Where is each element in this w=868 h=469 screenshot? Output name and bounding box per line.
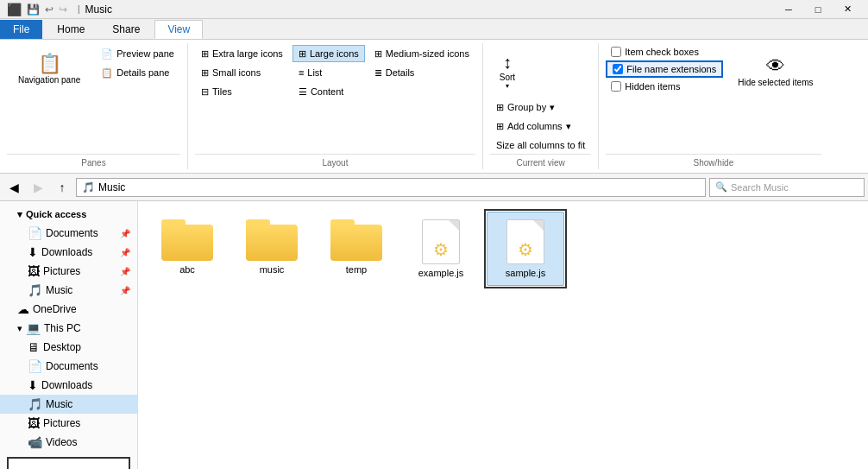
- navigation-pane-button[interactable]: 📋 Navigation pane: [10, 47, 88, 90]
- downloads-icon: ⬇: [28, 245, 38, 259]
- hide-selected-icon: 👁: [766, 55, 785, 78]
- item-checkboxes-input[interactable]: [611, 47, 621, 57]
- forward-button[interactable]: ▶: [28, 177, 48, 198]
- preview-pane-button[interactable]: 📄 Preview pane: [95, 45, 180, 62]
- folder-temp-label: temp: [346, 264, 367, 275]
- file-name-extensions-input[interactable]: [613, 64, 623, 74]
- sidebar-item-music-quick[interactable]: 🎵 Music 📌: [0, 281, 137, 300]
- list-icon: ≡: [299, 67, 304, 78]
- extra-large-icon: ⊞: [201, 48, 209, 60]
- file-name-extensions-control[interactable]: File name extensions: [606, 60, 723, 78]
- documents-icon: 📄: [28, 226, 42, 240]
- file-example-js[interactable]: ⚙ example.js: [402, 212, 480, 286]
- drive-item-placeholder[interactable]: [7, 457, 130, 469]
- preview-icon: 📄: [101, 48, 113, 60]
- main-layout: ▾ Quick access 📄 Documents 📌 ⬇ Downloads…: [0, 201, 868, 469]
- quick-save-icon[interactable]: 💾: [27, 3, 40, 16]
- videos-icon: 📹: [28, 435, 42, 449]
- file-example-label: example.js: [418, 268, 464, 278]
- search-bar[interactable]: 🔍 Search Music: [709, 178, 865, 197]
- tab-home[interactable]: Home: [44, 20, 97, 39]
- quick-redo-icon[interactable]: ↪: [59, 3, 67, 16]
- sort-button[interactable]: ↕ Sort ▾: [490, 45, 525, 97]
- add-columns-label: Add columns: [507, 121, 563, 131]
- size-all-columns-button[interactable]: Size all columns to fit: [490, 136, 591, 154]
- sidebar-item-videos-pc[interactable]: 📹 Videos: [0, 433, 137, 452]
- details-pane-button[interactable]: 📋 Details pane: [95, 64, 180, 81]
- sidebar-item-documents-pc[interactable]: 📄 Documents: [0, 357, 137, 376]
- sidebar-item-desktop[interactable]: 🖥 Desktop: [0, 338, 137, 357]
- folder-music-label: music: [260, 264, 285, 275]
- js-file-body-sample: ⚙: [506, 219, 544, 264]
- tab-file[interactable]: File: [0, 20, 42, 39]
- this-pc-label: This PC: [44, 322, 130, 334]
- show-hide-checkboxes: Item check boxes File name extensions Hi…: [606, 45, 723, 93]
- nav-pane-icon: 📋: [38, 53, 61, 75]
- js-file-example-icon: ⚙: [418, 219, 463, 264]
- small-icon: ⊞: [201, 67, 209, 79]
- up-button[interactable]: ↑: [52, 177, 72, 198]
- sort-chevron: ▾: [506, 82, 509, 90]
- sidebar-item-documents[interactable]: 📄 Documents 📌: [0, 224, 137, 243]
- tab-view[interactable]: View: [154, 20, 203, 39]
- downloads-pc-icon: ⬇: [28, 378, 38, 392]
- large-icons-button[interactable]: ⊞ Large icons: [292, 45, 365, 62]
- sidebar-this-pc[interactable]: ▾ 💻 This PC: [0, 319, 137, 338]
- group-by-label: Group by: [507, 102, 546, 112]
- hidden-items-input[interactable]: [611, 81, 621, 92]
- extra-large-icons-button[interactable]: ⊞ Extra large icons: [195, 45, 289, 62]
- group-by-button[interactable]: ⊞ Group by ▾: [490, 98, 561, 116]
- file-name-extensions-label: File name extensions: [626, 64, 716, 74]
- add-columns-button[interactable]: ⊞ Add columns ▾: [490, 117, 577, 135]
- current-view-label: Current view: [490, 154, 591, 168]
- maximize-button[interactable]: □: [804, 2, 832, 17]
- sidebar-quick-access[interactable]: ▾ Quick access: [0, 205, 137, 224]
- quick-undo-icon[interactable]: ↩: [45, 3, 53, 16]
- downloads-label: Downloads: [41, 246, 116, 258]
- layout-col1: ⊞ Extra large icons ⊞ Small icons ⊟ Tile…: [195, 45, 289, 100]
- folder-temp[interactable]: temp: [318, 212, 395, 286]
- music-pc-label: Music: [46, 398, 130, 410]
- details-view-button[interactable]: ≣ Details: [368, 64, 475, 81]
- file-sample-label: sample.js: [506, 268, 545, 278]
- sidebar-item-music-pc[interactable]: 🎵 Music: [0, 395, 137, 414]
- details-view-label: Details: [386, 67, 415, 78]
- file-sample-js[interactable]: ⚙ sample.js: [487, 212, 564, 286]
- documents-pin: 📌: [120, 229, 130, 238]
- list-button[interactable]: ≡ List: [292, 64, 365, 81]
- folder-music-body: [246, 225, 298, 261]
- layout-col3: ⊞ Medium-sized icons ≣ Details: [368, 45, 475, 81]
- sidebar-item-downloads-pc[interactable]: ⬇ Downloads: [0, 376, 137, 395]
- folder-abc-icon: [161, 219, 213, 261]
- close-button[interactable]: ✕: [833, 2, 861, 17]
- file-grid: abc music temp: [145, 208, 861, 289]
- this-pc-icon: 💻: [26, 321, 41, 335]
- folder-temp-body: [330, 225, 382, 261]
- folder-abc-label: abc: [179, 264, 195, 275]
- small-icons-button[interactable]: ⊞ Small icons: [195, 64, 289, 81]
- content-button[interactable]: ☰ Content: [292, 83, 365, 100]
- address-bar[interactable]: 🎵 Music: [76, 178, 706, 197]
- pictures-pc-label: Pictures: [43, 417, 130, 429]
- hide-selected-label[interactable]: Hide selected items: [738, 78, 813, 87]
- small-icons-label: Small icons: [212, 67, 261, 78]
- downloads-pin: 📌: [120, 248, 130, 257]
- sidebar-item-pictures-quick[interactable]: 🖼 Pictures 📌: [0, 262, 137, 281]
- ribbon-group-layout: ⊞ Extra large icons ⊞ Small icons ⊟ Tile…: [188, 43, 483, 169]
- js-file-corner-example: [449, 220, 459, 231]
- hidden-items-control[interactable]: Hidden items: [606, 79, 723, 93]
- tiles-button[interactable]: ⊟ Tiles: [195, 83, 289, 100]
- minimize-button[interactable]: ─: [775, 2, 802, 17]
- medium-icons-button[interactable]: ⊞ Medium-sized icons: [368, 45, 475, 62]
- back-button[interactable]: ◀: [3, 177, 24, 198]
- details-pane-label: Details pane: [116, 67, 169, 78]
- sidebar-item-downloads-quick[interactable]: ⬇ Downloads 📌: [0, 243, 137, 262]
- sidebar-item-pictures-pc[interactable]: 🖼 Pictures: [0, 414, 137, 433]
- folder-music[interactable]: music: [233, 212, 311, 286]
- tab-share[interactable]: Share: [99, 20, 153, 39]
- sidebar-onedrive[interactable]: ☁ OneDrive: [0, 300, 137, 319]
- large-icons-icon: ⊞: [299, 48, 306, 60]
- desktop-label: Desktop: [43, 341, 130, 353]
- item-checkboxes-control[interactable]: Item check boxes: [606, 45, 723, 59]
- folder-abc[interactable]: abc: [148, 212, 226, 286]
